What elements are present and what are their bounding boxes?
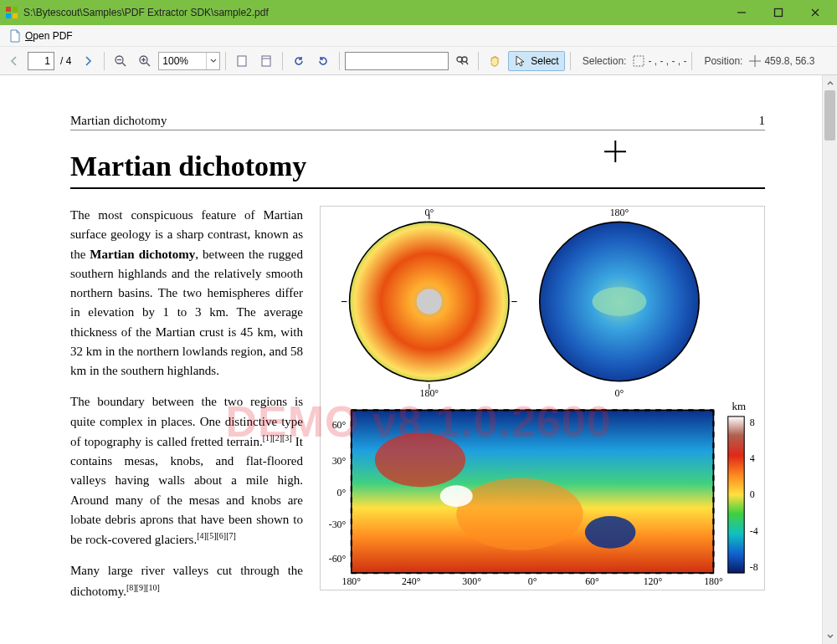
svg-text:240°: 240°	[402, 575, 421, 586]
toolbar-divider	[570, 52, 571, 70]
search-input[interactable]	[345, 52, 449, 70]
citation-refs: [4][5][6][7]	[197, 531, 236, 540]
select-tool-label: Select	[531, 55, 558, 67]
menu-open-pdf[interactable]: Open PDF	[3, 27, 78, 45]
svg-rect-2	[6, 13, 11, 18]
text-run: , between the rugged southern highlands …	[70, 248, 303, 378]
svg-text:60°: 60°	[332, 419, 347, 431]
svg-text:8: 8	[750, 417, 755, 428]
zoom-in-button[interactable]	[134, 50, 156, 72]
zoom-dropdown-button[interactable]	[206, 53, 219, 69]
zoom-out-button[interactable]	[110, 50, 131, 72]
document-title: Martian dichotomy	[70, 151, 765, 189]
svg-rect-15	[238, 56, 246, 66]
svg-text:0°: 0°	[424, 207, 434, 218]
toolbar: / 4 Select Selection:	[0, 47, 837, 75]
text-run: Many large river valleys cut through the…	[70, 564, 303, 597]
svg-rect-16	[262, 56, 270, 66]
running-head-text: Martian dichotomy	[70, 114, 759, 128]
toolbar-divider	[104, 52, 105, 70]
svg-text:km: km	[732, 400, 746, 412]
body-text-column: The most conspicuous feature of Martian …	[70, 206, 303, 601]
topography-figure: 0° 180° 180° 0°	[320, 206, 765, 590]
hand-tool-button[interactable]	[484, 50, 506, 72]
svg-rect-60	[728, 417, 744, 573]
svg-text:-8: -8	[750, 561, 758, 573]
paragraph: The most conspicuous feature of Martian …	[70, 206, 303, 381]
svg-text:180°: 180°	[610, 207, 629, 218]
next-page-button[interactable]	[77, 50, 99, 72]
toolbar-divider	[225, 52, 226, 70]
svg-text:180°: 180°	[704, 575, 723, 586]
zoom-input[interactable]	[159, 53, 206, 69]
svg-line-20	[461, 61, 464, 64]
citation-refs: [1][2][3]	[263, 433, 292, 442]
svg-point-39	[375, 432, 465, 487]
crosshair-icon	[748, 54, 762, 68]
text-run: It contains mesas, knobs, and flat-floor…	[70, 435, 303, 546]
window-title: S:\Bytescout\Samples\PDF Extractor SDK\s…	[23, 7, 723, 18]
scroll-track[interactable]	[823, 90, 837, 629]
svg-rect-1	[13, 7, 18, 12]
fit-width-button[interactable]	[255, 50, 277, 72]
page-number-input[interactable]	[28, 52, 54, 70]
svg-text:4: 4	[750, 452, 755, 464]
svg-text:60°: 60°	[585, 575, 599, 586]
svg-text:0°: 0°	[615, 387, 624, 399]
svg-point-41	[585, 516, 636, 549]
position-label: Position:	[697, 55, 746, 67]
paragraph: Many large river valleys cut through the…	[70, 561, 303, 601]
svg-text:0: 0	[750, 488, 755, 500]
svg-line-21	[466, 61, 469, 64]
selection-value: - , - , - , -	[648, 55, 686, 67]
select-tool-button[interactable]: Select	[508, 51, 564, 71]
close-button[interactable]	[797, 1, 834, 24]
citation-refs: [8][9][10]	[126, 583, 160, 592]
scroll-thumb[interactable]	[824, 90, 835, 141]
svg-point-19	[462, 57, 467, 62]
svg-text:120°: 120°	[644, 575, 663, 586]
toolbar-divider	[282, 52, 283, 70]
zoom-combo[interactable]	[158, 52, 220, 70]
svg-line-9	[122, 63, 126, 66]
toolbar-divider	[478, 52, 479, 70]
scroll-up-button[interactable]	[823, 75, 837, 90]
svg-text:-60°: -60°	[329, 553, 347, 565]
menu-bar: Open PDF	[0, 25, 837, 47]
svg-text:-30°: -30°	[329, 519, 347, 530]
svg-rect-22	[634, 56, 644, 66]
fit-page-button[interactable]	[231, 50, 253, 72]
document-icon	[8, 29, 22, 43]
pdf-page: Martian dichotomy 1 Martian dichotomy Th…	[10, 79, 819, 644]
svg-text:0°: 0°	[337, 487, 347, 498]
cursor-icon	[514, 54, 527, 68]
running-header: Martian dichotomy 1	[70, 114, 765, 130]
selection-marquee-icon	[632, 54, 645, 68]
term-emphasis: Martian dichotomy	[90, 248, 195, 261]
svg-point-40	[456, 478, 583, 550]
rotate-ccw-button[interactable]	[288, 50, 310, 72]
svg-point-35	[592, 287, 646, 316]
selection-label: Selection:	[576, 55, 630, 67]
svg-rect-5	[775, 9, 783, 17]
svg-point-27	[417, 289, 442, 314]
vertical-scrollbar[interactable]	[822, 75, 837, 644]
svg-point-18	[457, 57, 462, 62]
paragraph: The boundary between the two regions is …	[70, 392, 303, 549]
svg-text:300°: 300°	[462, 575, 481, 586]
toolbar-divider	[691, 52, 692, 70]
minimize-button[interactable]	[723, 1, 760, 24]
position-value: 459.8, 56.3	[764, 55, 814, 67]
document-viewer[interactable]: Martian dichotomy 1 Martian dichotomy Th…	[0, 75, 837, 644]
find-button[interactable]	[451, 50, 473, 72]
prev-page-button[interactable]	[3, 50, 25, 72]
svg-rect-0	[6, 7, 11, 12]
svg-text:30°: 30°	[332, 455, 347, 467]
rotate-cw-button[interactable]	[312, 50, 334, 72]
svg-text:180°: 180°	[341, 575, 361, 586]
page-number-text: 1	[759, 114, 766, 128]
scroll-down-button[interactable]	[823, 629, 837, 644]
menu-open-pdf-label: Open PDF	[25, 30, 73, 42]
maximize-button[interactable]	[760, 1, 797, 24]
page-count-label: / 4	[57, 55, 74, 67]
